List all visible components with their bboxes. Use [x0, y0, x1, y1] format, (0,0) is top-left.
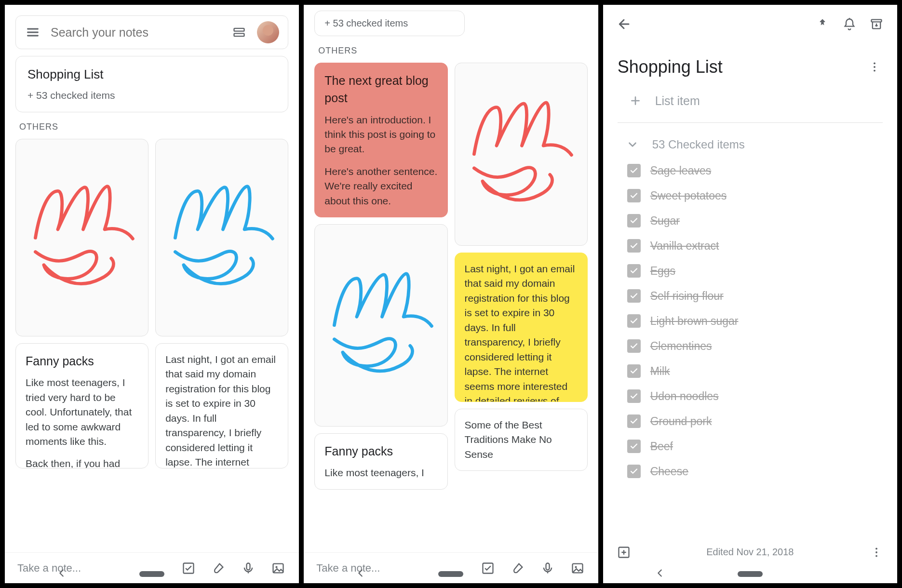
note-text: Back then, if you had told me that I'd e…: [26, 456, 138, 468]
note-text: Like most teenagers, I tried very hard t…: [26, 375, 138, 449]
note-title: Fanny packs: [324, 442, 437, 460]
detail-bottom-bar: Edited Nov 21, 2018: [603, 537, 897, 567]
plus-icon: [627, 93, 644, 109]
menu-icon[interactable]: [25, 24, 41, 40]
checkbox-checked-icon[interactable]: [627, 339, 641, 353]
note-blog-post[interactable]: The next great blog post Here's an intro…: [314, 63, 447, 217]
search-bar[interactable]: [15, 15, 288, 49]
checked-item-label: Vanilla extract: [650, 240, 719, 253]
checked-item-label: Ground pork: [650, 415, 712, 428]
checked-item-label: Sugar: [650, 214, 680, 227]
notes-scroll[interactable]: Shopping List + 53 checked items OTHERS …: [5, 56, 299, 552]
image-icon[interactable]: [270, 560, 286, 576]
drawing-note-blue[interactable]: [314, 224, 447, 427]
checked-item[interactable]: Clementines: [627, 335, 883, 357]
search-input[interactable]: [51, 26, 221, 40]
nav-handle[interactable]: [139, 571, 164, 577]
checkbox-checked-icon[interactable]: [627, 465, 641, 478]
note-fanny-packs[interactable]: Fanny packs Like most teenagers, I: [314, 433, 447, 490]
divider: [618, 122, 883, 123]
note-fanny-packs[interactable]: Fanny packs Like most teenagers, I tried…: [15, 343, 148, 468]
pane-notes-list-1: Shopping List + 53 checked items OTHERS …: [5, 5, 299, 583]
nav-back-icon[interactable]: [56, 568, 67, 580]
checked-item[interactable]: Light brown sugar: [627, 310, 883, 332]
nav-back-icon[interactable]: [655, 568, 665, 580]
edited-timestamp: Edited Nov 21, 2018: [632, 547, 868, 558]
checked-item[interactable]: Milk: [627, 360, 883, 382]
system-nav: [655, 568, 846, 580]
notes-scroll[interactable]: + 53 checked items OTHERS The next great…: [304, 5, 598, 552]
checkbox-checked-icon[interactable]: [627, 189, 641, 202]
note-text: Like most teenagers, I: [324, 466, 437, 480]
checkbox-checked-icon[interactable]: [627, 289, 641, 303]
nav-back-icon[interactable]: [355, 568, 366, 580]
pin-icon[interactable]: [814, 16, 831, 32]
checkbox-checked-icon[interactable]: [627, 314, 641, 328]
checked-items-label: 53 Checked items: [652, 138, 745, 151]
pinned-shopping-list[interactable]: Shopping List + 53 checked items: [15, 56, 288, 112]
note-title: The next great blog post: [324, 72, 437, 107]
note-text: Last night, I got an email that said my …: [465, 262, 578, 402]
checkbox-checked-icon[interactable]: [627, 414, 641, 428]
checked-item-label: Sweet potatoes: [650, 189, 727, 202]
image-icon[interactable]: [569, 560, 586, 576]
checkbox-checked-icon[interactable]: [627, 440, 641, 453]
checked-item[interactable]: Vanilla extract: [627, 235, 883, 257]
detail-toolbar: [603, 5, 897, 43]
more-icon[interactable]: [866, 59, 883, 75]
pinned-shopping-list[interactable]: + 53 checked items: [314, 11, 464, 36]
view-toggle-icon[interactable]: [231, 24, 247, 40]
checked-item[interactable]: Beef: [627, 435, 883, 457]
drawing-note-red[interactable]: [455, 63, 588, 246]
pane-notes-list-2: + 53 checked items OTHERS The next great…: [304, 5, 598, 583]
add-item-placeholder: List item: [655, 94, 700, 108]
note-title[interactable]: Shopping List: [618, 57, 866, 77]
checked-item[interactable]: Sage leaves: [627, 160, 883, 182]
note-text: Last night, I got an email that said my …: [165, 352, 278, 468]
checkbox-checked-icon[interactable]: [627, 389, 641, 403]
checked-item[interactable]: Eggs: [627, 260, 883, 282]
checked-item[interactable]: Udon noodles: [627, 385, 883, 407]
checked-item-label: Self rising flour: [650, 290, 724, 303]
checked-item[interactable]: Self rising flour: [627, 285, 883, 307]
checked-item-label: Cheese: [650, 465, 688, 478]
checked-item-label: Sage leaves: [650, 164, 712, 177]
checked-item-label: Light brown sugar: [650, 315, 739, 328]
checked-item[interactable]: Ground pork: [627, 410, 883, 432]
section-label-others: OTHERS: [318, 46, 587, 56]
note-domain-email[interactable]: Last night, I got an email that said my …: [155, 343, 288, 468]
drawing-note-blue[interactable]: [155, 139, 288, 336]
checkbox-checked-icon[interactable]: [627, 239, 641, 253]
checkbox-checked-icon[interactable]: [627, 364, 641, 378]
avatar[interactable]: [257, 21, 279, 43]
archive-icon[interactable]: [868, 16, 885, 32]
checkbox-checked-icon[interactable]: [627, 264, 641, 278]
checkbox-checked-icon[interactable]: [627, 164, 641, 177]
note-text: Here's another sentence. We're really ex…: [324, 164, 437, 208]
checked-item[interactable]: Sweet potatoes: [627, 185, 883, 207]
drawing-note-red[interactable]: [15, 139, 148, 336]
checked-item-label: Milk: [650, 365, 670, 378]
note-subtitle: + 53 checked items: [324, 18, 454, 29]
note-traditions[interactable]: Some of the Best Traditions Make No Sens…: [455, 409, 588, 471]
checkbox-checked-icon[interactable]: [627, 214, 641, 227]
add-box-icon[interactable]: [616, 544, 632, 561]
reminder-icon[interactable]: [841, 16, 858, 32]
checked-item-label: Eggs: [650, 265, 675, 278]
section-label-others: OTHERS: [19, 122, 288, 132]
nav-handle[interactable]: [438, 571, 463, 577]
system-nav: [56, 568, 247, 580]
note-subtitle: + 53 checked items: [27, 90, 276, 101]
back-icon[interactable]: [616, 16, 632, 32]
checked-items-list: Sage leavesSweet potatoesSugarVanilla ex…: [603, 158, 897, 482]
note-domain-yellow[interactable]: Last night, I got an email that said my …: [455, 253, 588, 402]
checked-item[interactable]: Cheese: [627, 460, 883, 482]
checked-item[interactable]: Sugar: [627, 210, 883, 232]
system-nav: [355, 568, 546, 580]
more-icon[interactable]: [868, 544, 885, 561]
add-list-item[interactable]: List item: [603, 88, 897, 118]
checked-item-label: Clementines: [650, 340, 712, 353]
checked-item-label: Udon noodles: [650, 390, 719, 403]
checked-items-toggle[interactable]: 53 Checked items: [603, 129, 897, 158]
nav-handle[interactable]: [738, 571, 763, 577]
